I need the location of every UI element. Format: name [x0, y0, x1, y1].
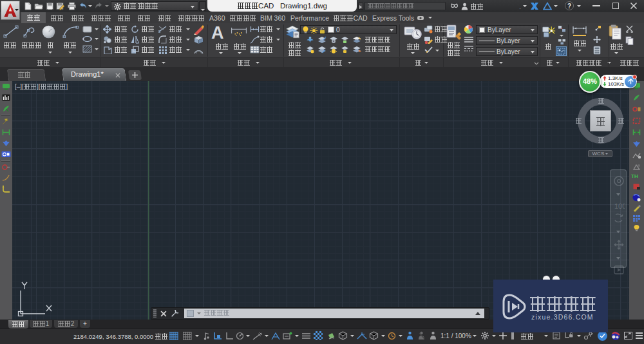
svg-text:100: 100 [614, 202, 625, 210]
